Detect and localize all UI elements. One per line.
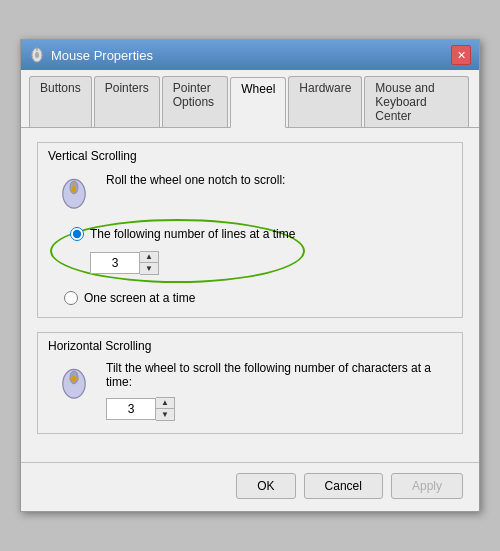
dialog-footer: OK Cancel Apply — [21, 462, 479, 511]
title-bar: Mouse Properties ✕ — [21, 40, 479, 70]
tab-mouse-keyboard-center[interactable]: Mouse and Keyboard Center — [364, 76, 469, 127]
chars-spinner-down[interactable]: ▼ — [156, 409, 174, 420]
chars-spinner-up[interactable]: ▲ — [156, 398, 174, 409]
ok-button[interactable]: OK — [236, 473, 295, 499]
radio-screen-row: One screen at a time — [64, 291, 446, 305]
tabs-container: Buttons Pointers Pointer Options Wheel H… — [21, 70, 479, 128]
radio-screen-input[interactable] — [64, 291, 78, 305]
close-button[interactable]: ✕ — [451, 45, 471, 65]
lines-spinner-row: ▲ ▼ — [90, 251, 295, 275]
radio-lines-input[interactable] — [70, 227, 84, 241]
tab-pointer-options[interactable]: Pointer Options — [162, 76, 229, 127]
vertical-scroll-icon — [54, 173, 94, 213]
horizontal-scrolling-section: Horizontal Scrolling Tilt the wheel to s… — [37, 332, 463, 434]
horizontal-scroll-desc: Tilt the wheel to scroll the following n… — [106, 361, 446, 389]
chars-spinner-buttons: ▲ ▼ — [156, 397, 175, 421]
window-icon — [29, 47, 45, 63]
vertical-scrolling-section: Vertical Scrolling Roll the wheel one no… — [37, 142, 463, 318]
vertical-scrolling-inner: Roll the wheel one notch to scroll: The … — [38, 167, 462, 317]
vertical-radio-group: The following number of lines at a time … — [70, 227, 295, 275]
vert-icon-row: Roll the wheel one notch to scroll: — [54, 171, 446, 213]
horiz-icon-row: Tilt the wheel to scroll the following n… — [54, 361, 446, 421]
tab-pointers[interactable]: Pointers — [94, 76, 160, 127]
tab-content: Vertical Scrolling Roll the wheel one no… — [21, 128, 479, 462]
lines-spinner-down[interactable]: ▼ — [140, 263, 158, 274]
horiz-text-block: Tilt the wheel to scroll the following n… — [106, 361, 446, 421]
apply-button[interactable]: Apply — [391, 473, 463, 499]
radio-screen-label: One screen at a time — [84, 291, 195, 305]
title-bar-left: Mouse Properties — [29, 47, 153, 63]
mouse-properties-window: Mouse Properties ✕ Buttons Pointers Poin… — [20, 39, 480, 512]
vertical-scrolling-label: Vertical Scrolling — [38, 143, 462, 167]
horizontal-scrolling-label: Horizontal Scrolling — [38, 333, 462, 357]
tab-hardware[interactable]: Hardware — [288, 76, 362, 127]
radio-lines-label: The following number of lines at a time — [90, 227, 295, 241]
lines-spinner-input[interactable] — [90, 252, 140, 274]
radio-lines-row: The following number of lines at a time — [70, 227, 295, 241]
horizontal-scroll-icon — [54, 363, 94, 403]
chars-spinner-row: ▲ ▼ — [106, 397, 446, 421]
vertical-scroll-desc: Roll the wheel one notch to scroll: — [106, 171, 285, 187]
lines-spinner-buttons: ▲ ▼ — [140, 251, 159, 275]
tab-buttons[interactable]: Buttons — [29, 76, 92, 127]
chars-spinner-input[interactable] — [106, 398, 156, 420]
tab-wheel[interactable]: Wheel — [230, 77, 286, 128]
cancel-button[interactable]: Cancel — [304, 473, 383, 499]
window-title: Mouse Properties — [51, 48, 153, 63]
horizontal-scrolling-inner: Tilt the wheel to scroll the following n… — [38, 357, 462, 433]
lines-spinner-up[interactable]: ▲ — [140, 252, 158, 263]
svg-point-10 — [72, 376, 76, 382]
svg-point-1 — [35, 52, 39, 58]
oval-highlight: The following number of lines at a time … — [50, 219, 305, 283]
